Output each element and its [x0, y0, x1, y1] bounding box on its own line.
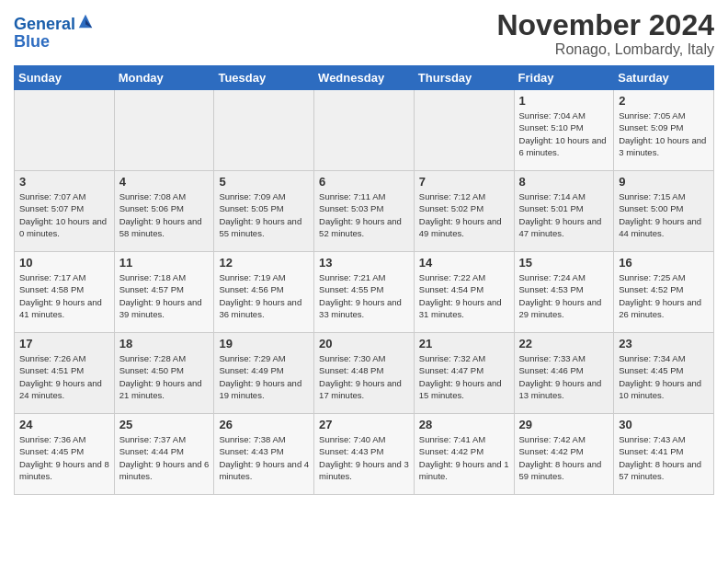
- day-info: Sunrise: 7:34 AM Sunset: 4:45 PM Dayligh…: [619, 352, 709, 401]
- calendar-cell: 25Sunrise: 7:37 AM Sunset: 4:44 PM Dayli…: [114, 414, 214, 495]
- day-info: Sunrise: 7:43 AM Sunset: 4:41 PM Dayligh…: [619, 433, 709, 482]
- day-info: Sunrise: 7:21 AM Sunset: 4:55 PM Dayligh…: [319, 271, 409, 320]
- day-info: Sunrise: 7:38 AM Sunset: 4:43 PM Dayligh…: [219, 433, 309, 482]
- day-number: 21: [419, 337, 509, 350]
- calendar-cell: 29Sunrise: 7:42 AM Sunset: 4:42 PM Dayli…: [514, 414, 614, 495]
- day-info: Sunrise: 7:12 AM Sunset: 5:02 PM Dayligh…: [419, 190, 509, 239]
- calendar-cell: [114, 90, 214, 171]
- day-info: Sunrise: 7:17 AM Sunset: 4:58 PM Dayligh…: [19, 271, 109, 320]
- calendar-cell: 28Sunrise: 7:41 AM Sunset: 4:42 PM Dayli…: [414, 414, 514, 495]
- day-number: 27: [319, 418, 409, 431]
- day-number: 7: [419, 175, 509, 189]
- calendar-cell: [214, 90, 314, 171]
- day-info: Sunrise: 7:22 AM Sunset: 4:54 PM Dayligh…: [419, 271, 509, 320]
- day-number: 6: [319, 175, 409, 189]
- day-number: 18: [119, 337, 210, 350]
- day-number: 16: [619, 256, 709, 270]
- day-info: Sunrise: 7:32 AM Sunset: 4:47 PM Dayligh…: [419, 352, 509, 401]
- day-number: 14: [419, 256, 509, 270]
- calendar-cell: 15Sunrise: 7:24 AM Sunset: 4:53 PM Dayli…: [514, 252, 614, 333]
- day-number: 25: [119, 418, 210, 431]
- day-number: 13: [319, 256, 409, 270]
- logo-text: General: [14, 13, 94, 32]
- day-info: Sunrise: 7:08 AM Sunset: 5:06 PM Dayligh…: [119, 190, 210, 239]
- day-number: 22: [519, 337, 609, 350]
- calendar-cell: 5Sunrise: 7:09 AM Sunset: 5:05 PM Daylig…: [214, 171, 314, 252]
- calendar-cell: 14Sunrise: 7:22 AM Sunset: 4:54 PM Dayli…: [414, 252, 514, 333]
- calendar-cell: 10Sunrise: 7:17 AM Sunset: 4:58 PM Dayli…: [15, 252, 115, 333]
- calendar-cell: 7Sunrise: 7:12 AM Sunset: 5:02 PM Daylig…: [414, 171, 514, 252]
- calendar-cell: 30Sunrise: 7:43 AM Sunset: 4:41 PM Dayli…: [614, 414, 714, 495]
- day-info: Sunrise: 7:30 AM Sunset: 4:48 PM Dayligh…: [319, 352, 409, 401]
- calendar-cell: [314, 90, 415, 171]
- day-info: Sunrise: 7:42 AM Sunset: 4:42 PM Dayligh…: [519, 433, 609, 482]
- day-number: 9: [619, 175, 709, 189]
- day-number: 28: [419, 418, 509, 431]
- title-area: November 2024 Ronago, Lombardy, Italy: [496, 9, 714, 58]
- day-number: 5: [219, 175, 309, 189]
- day-number: 12: [219, 256, 309, 270]
- day-number: 17: [19, 337, 109, 350]
- day-number: 10: [19, 256, 109, 270]
- weekday-header-monday: Monday: [114, 66, 214, 90]
- calendar-cell: 2Sunrise: 7:05 AM Sunset: 5:09 PM Daylig…: [614, 90, 714, 171]
- calendar-cell: 1Sunrise: 7:04 AM Sunset: 5:10 PM Daylig…: [514, 90, 614, 171]
- calendar-cell: 4Sunrise: 7:08 AM Sunset: 5:06 PM Daylig…: [114, 171, 214, 252]
- calendar-cell: 20Sunrise: 7:30 AM Sunset: 4:48 PM Dayli…: [314, 333, 415, 414]
- calendar-cell: 9Sunrise: 7:15 AM Sunset: 5:00 PM Daylig…: [614, 171, 714, 252]
- day-info: Sunrise: 7:25 AM Sunset: 4:52 PM Dayligh…: [619, 271, 709, 320]
- day-info: Sunrise: 7:33 AM Sunset: 4:46 PM Dayligh…: [519, 352, 609, 401]
- day-info: Sunrise: 7:36 AM Sunset: 4:45 PM Dayligh…: [19, 433, 109, 482]
- location: Ronago, Lombardy, Italy: [496, 41, 714, 58]
- calendar: SundayMondayTuesdayWednesdayThursdayFrid…: [14, 65, 714, 495]
- weekday-header-saturday: Saturday: [614, 66, 714, 90]
- calendar-cell: [414, 90, 514, 171]
- calendar-cell: 8Sunrise: 7:14 AM Sunset: 5:01 PM Daylig…: [514, 171, 614, 252]
- logo-blue: Blue: [14, 32, 94, 52]
- day-info: Sunrise: 7:15 AM Sunset: 5:00 PM Dayligh…: [619, 190, 709, 239]
- logo: General Blue: [14, 13, 94, 52]
- calendar-cell: 27Sunrise: 7:40 AM Sunset: 4:43 PM Dayli…: [314, 414, 415, 495]
- day-info: Sunrise: 7:40 AM Sunset: 4:43 PM Dayligh…: [319, 433, 409, 482]
- day-info: Sunrise: 7:14 AM Sunset: 5:01 PM Dayligh…: [519, 190, 609, 239]
- day-number: 11: [119, 256, 210, 270]
- day-number: 3: [19, 175, 109, 189]
- day-number: 15: [519, 256, 609, 270]
- header: General Blue November 2024 Ronago, Lomba…: [14, 9, 714, 58]
- day-info: Sunrise: 7:41 AM Sunset: 4:42 PM Dayligh…: [419, 433, 509, 482]
- calendar-cell: 26Sunrise: 7:38 AM Sunset: 4:43 PM Dayli…: [214, 414, 314, 495]
- weekday-header-wednesday: Wednesday: [314, 66, 415, 90]
- day-number: 29: [519, 418, 609, 431]
- day-number: 8: [519, 175, 609, 189]
- day-info: Sunrise: 7:18 AM Sunset: 4:57 PM Dayligh…: [119, 271, 210, 320]
- calendar-cell: 6Sunrise: 7:11 AM Sunset: 5:03 PM Daylig…: [314, 171, 415, 252]
- day-info: Sunrise: 7:05 AM Sunset: 5:09 PM Dayligh…: [619, 109, 709, 158]
- day-number: 4: [119, 175, 210, 189]
- day-info: Sunrise: 7:04 AM Sunset: 5:10 PM Dayligh…: [519, 109, 609, 158]
- day-info: Sunrise: 7:19 AM Sunset: 4:56 PM Dayligh…: [219, 271, 309, 320]
- calendar-cell: 17Sunrise: 7:26 AM Sunset: 4:51 PM Dayli…: [15, 333, 115, 414]
- weekday-header-sunday: Sunday: [15, 66, 115, 90]
- weekday-header-friday: Friday: [514, 66, 614, 90]
- day-number: 19: [219, 337, 309, 350]
- day-number: 30: [619, 418, 709, 431]
- day-info: Sunrise: 7:28 AM Sunset: 4:50 PM Dayligh…: [119, 352, 210, 401]
- calendar-cell: 21Sunrise: 7:32 AM Sunset: 4:47 PM Dayli…: [414, 333, 514, 414]
- calendar-cell: [15, 90, 115, 171]
- calendar-cell: 16Sunrise: 7:25 AM Sunset: 4:52 PM Dayli…: [614, 252, 714, 333]
- calendar-cell: 22Sunrise: 7:33 AM Sunset: 4:46 PM Dayli…: [514, 333, 614, 414]
- day-info: Sunrise: 7:37 AM Sunset: 4:44 PM Dayligh…: [119, 433, 210, 482]
- day-info: Sunrise: 7:29 AM Sunset: 4:49 PM Dayligh…: [219, 352, 309, 401]
- day-number: 20: [319, 337, 409, 350]
- calendar-cell: 3Sunrise: 7:07 AM Sunset: 5:07 PM Daylig…: [15, 171, 115, 252]
- calendar-cell: 12Sunrise: 7:19 AM Sunset: 4:56 PM Dayli…: [214, 252, 314, 333]
- day-number: 1: [519, 94, 609, 108]
- weekday-header-tuesday: Tuesday: [214, 66, 314, 90]
- day-number: 23: [619, 337, 709, 350]
- day-number: 24: [19, 418, 109, 431]
- calendar-cell: 23Sunrise: 7:34 AM Sunset: 4:45 PM Dayli…: [614, 333, 714, 414]
- day-info: Sunrise: 7:07 AM Sunset: 5:07 PM Dayligh…: [19, 190, 109, 239]
- calendar-cell: 11Sunrise: 7:18 AM Sunset: 4:57 PM Dayli…: [114, 252, 214, 333]
- day-info: Sunrise: 7:09 AM Sunset: 5:05 PM Dayligh…: [219, 190, 309, 239]
- calendar-cell: 19Sunrise: 7:29 AM Sunset: 4:49 PM Dayli…: [214, 333, 314, 414]
